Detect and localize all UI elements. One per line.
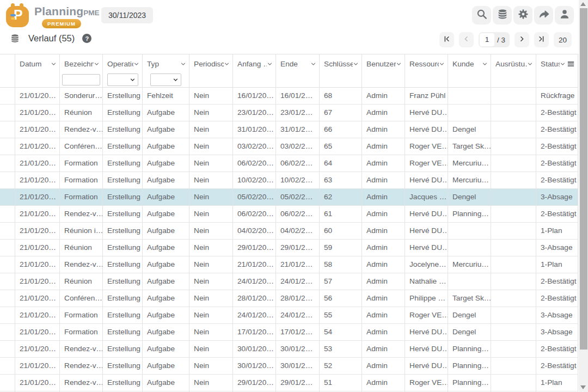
search-button[interactable]	[472, 6, 491, 24]
column-header-ausruestung[interactable]: Ausrüstu…	[491, 54, 536, 87]
column-header-datum[interactable]: Datum	[15, 54, 60, 87]
table-row[interactable]: 21/01/20…FormationErstellungAufgabeNein1…	[0, 324, 578, 341]
chevron-down-icon[interactable]	[527, 61, 533, 67]
table-cell-kunde	[448, 240, 491, 256]
chevron-down-icon[interactable]	[439, 61, 445, 67]
table-cell-operation: Erstellung	[103, 88, 143, 104]
table-row[interactable]: 21/01/20…Rendez-v…ErstellungAufgabeNein3…	[0, 341, 578, 358]
table-cell-status: 2-Bestätigt	[536, 138, 578, 155]
column-menu-icon[interactable]	[567, 60, 575, 68]
table-row[interactable]: 21/01/20…Rendez-v…ErstellungAufgabeNein2…	[0, 375, 578, 391]
column-header-periodisch[interactable]: Periodisc…	[189, 54, 233, 87]
table-row[interactable]: 21/01/20…Sonderur…ErstellungFehlzeitNein…	[0, 88, 578, 105]
column-header-typ[interactable]: Typ	[143, 54, 189, 87]
chevron-down-icon[interactable]	[267, 61, 273, 67]
table-row[interactable]: 21/01/20…Conféren…ErstellungAufgabeNein2…	[0, 290, 578, 307]
filter-select-typ[interactable]	[150, 74, 181, 86]
table-cell-anfang: 05/02/20…	[233, 189, 276, 205]
table-row[interactable]: 21/01/20…RéunionErstellungAufgabeNein23/…	[0, 105, 578, 121]
table-row[interactable]: 21/01/20…FormationErstellungAufgabeNein0…	[0, 155, 578, 172]
table-cell-ende: 06/02/2…	[276, 206, 320, 222]
table-cell-typ: Aufgabe	[143, 155, 189, 171]
column-header-bezeichnung[interactable]: Bezeichn…	[60, 54, 103, 87]
chevron-down-icon[interactable]	[224, 61, 230, 67]
column-header-operation[interactable]: Operatio…	[103, 54, 143, 87]
table-cell-anfang: 29/01/20…	[233, 375, 276, 391]
chevron-down-icon[interactable]	[94, 61, 100, 67]
table-row[interactable]: 21/01/20…Conféren…ErstellungAufgabeNein0…	[0, 138, 578, 155]
topbar-actions	[472, 6, 574, 24]
chevron-down-icon[interactable]	[396, 61, 402, 67]
table-cell-typ: Aufgabe	[143, 290, 189, 307]
app-logo: P PlanningPME PREMIUM	[5, 3, 100, 28]
table-cell-schluessel: 66	[320, 121, 362, 138]
table-row[interactable]: 21/01/20…RéunionErstellungAufgabeNein29/…	[0, 240, 578, 256]
table-cell-ausruestung	[491, 290, 536, 307]
history-table: DatumBezeichn…Operatio…TypPeriodisc…Anfa…	[0, 54, 578, 392]
table-cell-datum: 21/01/20…	[15, 341, 60, 357]
table-cell-benutzer: Admin	[362, 223, 405, 239]
table-row[interactable]: 21/01/20…Rendez-v…ErstellungAufgabeNein3…	[0, 121, 578, 138]
scroll-up-arrow-icon[interactable]	[580, 2, 586, 6]
table-row[interactable]: 21/01/20…FormationErstellungAufgabeNein1…	[0, 172, 578, 189]
prev-page-button[interactable]	[459, 32, 474, 47]
data-button[interactable]	[493, 6, 512, 24]
page-number-input[interactable]: 1	[480, 33, 494, 46]
table-row[interactable]: 21/01/20…RéunionErstellungAufgabeNein24/…	[0, 273, 578, 290]
table-row[interactable]: 21/01/20…Rendez-v…ErstellungAufgabeNein3…	[0, 358, 578, 375]
settings-button[interactable]	[513, 6, 532, 24]
next-page-button[interactable]	[514, 32, 529, 47]
chevron-down-icon[interactable]	[133, 61, 139, 67]
table-cell-ende: 06/02/2…	[276, 155, 320, 171]
scroll-down-arrow-icon[interactable]	[580, 385, 586, 389]
column-header-benutzer[interactable]: Benutzer…	[362, 54, 405, 87]
table-cell-schluessel: 59	[320, 240, 362, 256]
row-gutter-cell	[0, 307, 15, 323]
table-cell-anfang: 29/01/20…	[233, 240, 276, 256]
share-button[interactable]	[534, 6, 553, 24]
table-row[interactable]: 21/01/20…Rendez-v…ErstellungAufgabeNein0…	[0, 206, 578, 223]
filter-select-operation[interactable]	[107, 74, 138, 86]
account-button[interactable]	[555, 6, 574, 24]
column-header-schluessel[interactable]: Schlüsse…	[320, 54, 362, 87]
chevron-down-icon[interactable]	[310, 61, 316, 67]
table-cell-operation: Erstellung	[103, 307, 143, 323]
column-header-anfang[interactable]: Anfang …	[233, 54, 276, 87]
table-cell-periodisch: Nein	[189, 307, 233, 323]
vertical-scrollbar[interactable]	[579, 0, 588, 392]
column-label-benutzer: Benutzer…	[366, 60, 396, 68]
database-icon	[497, 8, 509, 22]
table-cell-kunde: Planning…	[448, 341, 491, 357]
table-cell-periodisch: Nein	[189, 240, 233, 256]
help-button[interactable]: ?	[82, 34, 91, 43]
table-row[interactable]: 21/01/20…Réunion i…ErstellungAufgabeNein…	[0, 223, 578, 240]
column-header-ende[interactable]: Ende	[276, 54, 320, 87]
column-header-status[interactable]: Status	[536, 54, 578, 87]
chevron-down-icon[interactable]	[51, 61, 57, 67]
chevron-down-icon[interactable]	[482, 61, 488, 67]
table-cell-anfang: 03/02/20…	[233, 138, 276, 155]
chevron-down-icon[interactable]	[180, 61, 186, 67]
table-header-row: DatumBezeichn…Operatio…TypPeriodisc…Anfa…	[0, 54, 578, 88]
table-cell-typ: Aufgabe	[143, 324, 189, 340]
chevron-left-icon	[462, 35, 470, 45]
last-page-button[interactable]	[534, 32, 549, 47]
filter-input-bezeichnung[interactable]	[62, 74, 100, 85]
column-header-kunde[interactable]: Kunde	[448, 54, 491, 87]
chevron-down-icon[interactable]	[353, 61, 359, 67]
table-cell-anfang: 04/02/20…	[233, 223, 276, 239]
scrollbar-thumb[interactable]	[580, 8, 587, 350]
table-cell-ende: 28/01/2…	[276, 290, 320, 307]
date-chip[interactable]: 30/11/2023	[101, 7, 153, 23]
table-row[interactable]: 21/01/20…FormationErstellungAufgabeNein2…	[0, 307, 578, 324]
table-row[interactable]: 21/01/20…Rendez-v…ErstellungAufgabeNein2…	[0, 256, 578, 273]
table-cell-bezeichnung: Conféren…	[60, 138, 103, 155]
column-header-ressource[interactable]: Ressourc…	[405, 54, 448, 87]
table-row[interactable]: 21/01/20…FormationErstellungAufgabeNein0…	[0, 189, 578, 206]
table-cell-bezeichnung: Rendez-v…	[60, 341, 103, 357]
table-cell-status: 2-Bestätigt	[536, 358, 578, 374]
first-page-button[interactable]	[439, 32, 454, 47]
table-cell-ausruestung	[491, 273, 536, 290]
chevron-down-icon[interactable]	[560, 61, 566, 67]
page-size-selector[interactable]: 20	[554, 32, 572, 47]
